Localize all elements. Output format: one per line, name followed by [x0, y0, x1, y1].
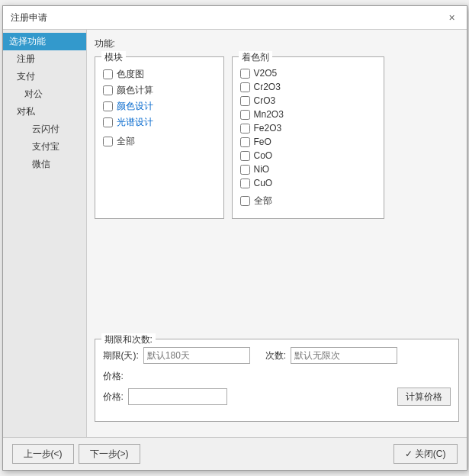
colorant-fe2o3-checkbox[interactable] [240, 124, 250, 133]
colorant-fe2o3-row: Fe2O3 [240, 123, 376, 133]
colorant-nio-label[interactable]: NiO [254, 164, 270, 175]
module-spectrum-design-checkbox[interactable] [103, 117, 113, 127]
colorant-v2o5-checkbox[interactable] [240, 69, 250, 79]
price-input[interactable] [128, 388, 227, 405]
colorant-nio-checkbox[interactable] [240, 165, 250, 175]
module-all-checkbox[interactable] [103, 137, 113, 146]
module-color-calc-checkbox[interactable] [103, 85, 113, 95]
sidebar-item-pay[interactable]: 支付 [3, 68, 86, 85]
modules-colorants-row: 模块 色度图 颜色计算 颜色设计 光谱设计 [95, 56, 459, 219]
module-colormap-label[interactable]: 色度图 [117, 68, 144, 81]
sidebar-item-public[interactable]: 对公 [3, 85, 86, 103]
sidebar-item-select-func[interactable]: 选择功能 [3, 33, 86, 50]
function-label: 功能: [95, 37, 459, 50]
colorants-group: 着色剂 V2O5 Cr2O3 CrO3 Mn2 [232, 56, 384, 219]
module-spectrum-design-row: 光谱设计 [103, 116, 216, 129]
colorant-feo-row: FeO [240, 137, 376, 147]
colorant-feo-label[interactable]: FeO [254, 137, 271, 147]
colorant-v2o5-label[interactable]: V2O5 [254, 68, 278, 79]
module-spectrum-design-label[interactable]: 光谱设计 [117, 116, 153, 129]
period-section: 期限和次数: 期限(天): 次数: 价格: 价格: [95, 339, 459, 422]
period-legend: 期限和次数: [101, 333, 156, 346]
price-label: 价格: [103, 391, 124, 404]
prev-button[interactable]: 上一步(<) [12, 444, 74, 464]
dialog-body: 选择功能注册支付对公对私云闪付支付宝微信 功能: 模块 色度图 颜色计算 [3, 30, 467, 437]
close-button[interactable]: ✓ 关闭(C) [394, 444, 458, 464]
module-colormap-row: 色度图 [103, 68, 216, 81]
title-close-button[interactable]: × [445, 11, 459, 24]
dialog: 注册申请 × 选择功能注册支付对公对私云闪付支付宝微信 功能: 模块 色度图 [2, 5, 467, 471]
sidebar-item-wechat[interactable]: 微信 [3, 156, 86, 173]
colorant-cr2o3-row: Cr2O3 [240, 82, 376, 92]
price-section-label: 价格: [103, 370, 451, 383]
title-bar: 注册申请 × [3, 6, 467, 30]
next-button[interactable]: 下一步(>) [79, 444, 140, 464]
colorant-cuo-row: CuO [240, 178, 376, 188]
colorant-mn2o3-checkbox[interactable] [240, 110, 250, 120]
colorant-cr2o3-label[interactable]: Cr2O3 [254, 82, 281, 92]
colorant-cro3-label[interactable]: CrO3 [254, 95, 276, 106]
module-color-design-row: 颜色设计 [103, 100, 216, 113]
count-field: 次数: [265, 347, 397, 364]
colorants-legend: 着色剂 [239, 51, 272, 64]
nav-buttons: 上一步(<) 下一步(>) [12, 444, 140, 464]
sidebar-item-private[interactable]: 对私 [3, 103, 86, 121]
period-field: 期限(天): [103, 347, 250, 364]
colorant-all-label[interactable]: 全部 [254, 195, 272, 207]
dialog-title: 注册申请 [11, 11, 47, 24]
period-row: 期限(天): 次数: [103, 347, 451, 364]
colorant-feo-checkbox[interactable] [240, 137, 250, 147]
sidebar-item-alipay[interactable]: 支付宝 [3, 138, 86, 156]
colorant-mn2o3-label[interactable]: Mn2O3 [254, 109, 284, 120]
colorant-coo-row: CoO [240, 150, 376, 161]
module-all-label[interactable]: 全部 [117, 135, 135, 148]
colorant-all-checkbox[interactable] [240, 196, 250, 206]
price-row: 价格: 计算价格 [103, 388, 451, 406]
colorant-cr2o3-checkbox[interactable] [240, 82, 250, 92]
main-content: 功能: 模块 色度图 颜色计算 颜色设计 [87, 30, 467, 437]
colorant-cuo-checkbox[interactable] [240, 178, 250, 188]
colorant-cro3-row: CrO3 [240, 95, 376, 106]
colorant-coo-checkbox[interactable] [240, 151, 250, 161]
colorant-mn2o3-row: Mn2O3 [240, 109, 376, 120]
module-color-calc-label[interactable]: 颜色计算 [117, 84, 153, 97]
module-color-design-checkbox[interactable] [103, 101, 113, 111]
module-color-calc-row: 颜色计算 [103, 84, 216, 97]
price-section: 价格: 价格: 计算价格 [103, 370, 451, 406]
colorant-cro3-checkbox[interactable] [240, 96, 250, 106]
module-all-row: 全部 [103, 135, 216, 148]
period-label: 期限(天): [103, 349, 139, 362]
sidebar-item-yunflash[interactable]: 云闪付 [3, 121, 86, 138]
colorant-cuo-label[interactable]: CuO [254, 178, 273, 188]
count-input[interactable] [291, 347, 397, 364]
calc-price-button[interactable]: 计算价格 [397, 388, 451, 406]
sidebar: 选择功能注册支付对公对私云闪付支付宝微信 [3, 30, 87, 437]
colorant-coo-label[interactable]: CoO [254, 150, 273, 161]
module-colormap-checkbox[interactable] [103, 69, 113, 79]
colorant-v2o5-row: V2O5 [240, 68, 376, 79]
bottom-bar: 上一步(<) 下一步(>) ✓ 关闭(C) [3, 437, 467, 470]
modules-legend: 模块 [101, 51, 126, 64]
colorant-all-row: 全部 [240, 195, 376, 207]
colorant-nio-row: NiO [240, 164, 376, 175]
price-field: 价格: [103, 388, 227, 405]
module-color-design-label[interactable]: 颜色设计 [117, 100, 153, 113]
period-input[interactable] [143, 347, 250, 364]
count-label: 次数: [265, 349, 286, 362]
colorant-fe2o3-label[interactable]: Fe2O3 [254, 123, 282, 133]
modules-group: 模块 色度图 颜色计算 颜色设计 光谱设计 [95, 56, 224, 219]
sidebar-item-register[interactable]: 注册 [3, 50, 86, 68]
